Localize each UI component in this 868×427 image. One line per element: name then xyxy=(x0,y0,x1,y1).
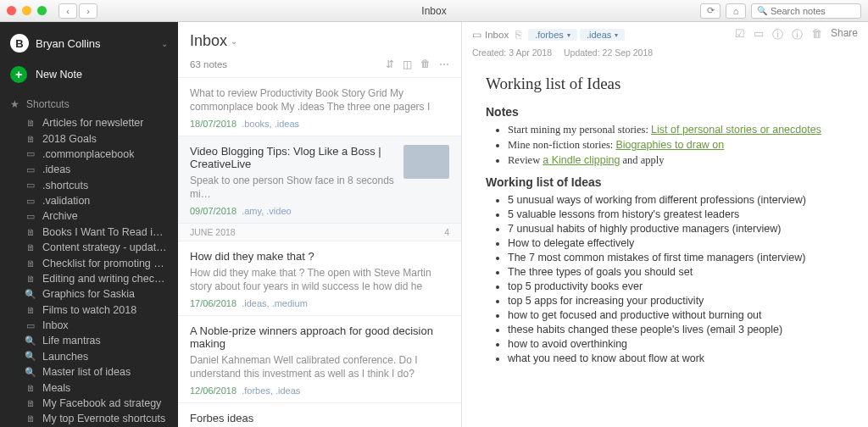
note-list-item[interactable]: How did they make that ?How did they mak… xyxy=(178,241,461,316)
note-list-item[interactable]: A Noble-prize winners approach for good … xyxy=(178,316,461,403)
sidebar-item[interactable]: 🗎Meals xyxy=(0,380,178,395)
list-item: The three types of goals you should set xyxy=(508,266,844,278)
nb-icon: ▭ xyxy=(25,164,36,175)
note-item-snippet: Speak to one person Show face in 8 secon… xyxy=(190,174,397,201)
sidebar-item[interactable]: 🗎Content strategy - updated Marc… xyxy=(0,240,178,255)
nb-icon: ▭ xyxy=(25,180,36,191)
note-link[interactable]: Biographies to draw on xyxy=(615,139,724,151)
search-icon: 🔍 xyxy=(757,6,767,15)
lock-icon[interactable]: ⎘ xyxy=(515,30,521,40)
account-switcher[interactable]: B Bryan Collins ⌄ xyxy=(0,29,178,61)
nb-icon: ▭ xyxy=(25,149,36,159)
note-list-item[interactable]: Video Blogging Tips: Vlog Like a Boss | … xyxy=(178,136,461,224)
sidebar-item[interactable]: ▭.validation xyxy=(0,193,178,208)
sidebar-item[interactable]: 🗎My top Evernote shortcuts xyxy=(0,411,178,426)
sidebar-item[interactable]: 🔍Graphics for Saskia xyxy=(0,286,178,302)
account-name: Bryan Collins xyxy=(36,37,101,50)
search-input[interactable]: 🔍 xyxy=(751,3,861,19)
list-item: Review a Kindle clipping and apply xyxy=(508,154,844,167)
note-item-meta: 17/06/2018 .ideas, .medium xyxy=(190,298,449,308)
notebook-title[interactable]: Inbox ⌄ xyxy=(190,32,449,50)
notebook-selector[interactable]: ▭Inbox xyxy=(472,29,509,41)
note-tag[interactable]: .ideas ▾ xyxy=(580,29,625,41)
note-icon: 🗎 xyxy=(25,227,36,237)
list-item: 7 unusual habits of highly productive ma… xyxy=(508,223,844,235)
sidebar-item[interactable]: 🗎Films to watch 2018 xyxy=(0,302,178,318)
sidebar-item-label: .commonplacebook xyxy=(42,148,134,160)
note-title[interactable]: Working list of Ideas xyxy=(486,75,844,93)
note-count: 63 notes xyxy=(190,59,227,69)
note-icon: 🗎 xyxy=(25,134,36,144)
sidebar-item[interactable]: 🔍Life mantras xyxy=(0,333,178,348)
sidebar-item-label: 2018 Goals xyxy=(42,133,97,145)
sidebar-item-label: Life mantras xyxy=(42,335,101,347)
chevron-down-icon: ⌄ xyxy=(231,36,237,46)
sidebar-item[interactable]: 🗎Checklist for promoting new blo… xyxy=(0,255,178,270)
maximize-window[interactable] xyxy=(37,6,47,15)
sync-icon[interactable]: ⟳ xyxy=(700,3,721,19)
note-body[interactable]: Working list of Ideas Notes Start mining… xyxy=(462,64,868,390)
search-icon: 🔍 xyxy=(25,289,36,299)
trash-icon[interactable]: 🗑 xyxy=(420,58,431,70)
note-item-snippet: Daniel Kahneman Well calibrated conferen… xyxy=(190,353,449,380)
note-link[interactable]: List of personal stories or anecdotes xyxy=(651,124,821,136)
sidebar-item[interactable]: ▭.shortcuts xyxy=(0,178,178,193)
sort-icon[interactable]: ⇵ xyxy=(386,58,394,70)
new-note-button[interactable]: + New Note xyxy=(0,61,178,95)
list-item: how to avoid overthinking xyxy=(508,338,844,350)
avatar: B xyxy=(10,34,29,53)
back-button[interactable]: ‹ xyxy=(58,3,77,19)
delete-icon[interactable]: 🗑 xyxy=(811,27,822,42)
sidebar-item[interactable]: ▭Inbox xyxy=(0,318,178,333)
close-window[interactable] xyxy=(7,6,16,15)
search-field[interactable] xyxy=(771,6,855,16)
minimize-window[interactable] xyxy=(22,6,31,15)
sidebar-item[interactable]: 🔍Launches xyxy=(0,349,178,364)
sidebar-item[interactable]: 🗎My Facebook ad strategy xyxy=(0,396,178,411)
note-tag[interactable]: .forbes ▾ xyxy=(528,29,577,41)
more-icon[interactable]: ⋯ xyxy=(439,58,449,70)
note-item-meta: 18/07/2018 .books, .ideas xyxy=(190,119,449,129)
window-title: Inbox xyxy=(421,5,446,17)
note-list-item[interactable]: What to review Productivity Book Story G… xyxy=(178,78,461,136)
note-item-meta: 09/07/2018 .amy, .video xyxy=(190,206,449,216)
reminder-icon[interactable]: ☑ xyxy=(735,27,745,42)
nb-icon: ▭ xyxy=(25,211,36,221)
sidebar-item[interactable]: 🗎Editing and writing checklist for… xyxy=(0,271,178,286)
sidebar-item-label: Meals xyxy=(42,382,70,394)
activity-icon[interactable]: ⌂ xyxy=(726,3,746,19)
sidebar-item[interactable]: 🗎Articles for newsletter xyxy=(0,115,178,130)
note-link[interactable]: a Kindle clipping xyxy=(542,154,620,166)
share-note-icon[interactable]: ⓘ xyxy=(772,27,783,42)
new-note-label: New Note xyxy=(36,69,82,80)
sidebar-item[interactable]: ▭.commonplacebook xyxy=(0,147,178,162)
note-icon: 🗎 xyxy=(25,305,36,315)
note-thumbnail xyxy=(403,145,449,179)
sidebar-item-label: Graphics for Saskia xyxy=(42,288,135,300)
sidebar-item-label: Films to watch 2018 xyxy=(42,304,136,316)
sidebar-item[interactable]: ▭Archive xyxy=(0,208,178,224)
share-button[interactable]: Share xyxy=(831,27,858,42)
sidebar-item-label: Archive xyxy=(42,210,78,222)
sidebar-item-label: Books I Want To Read in 2018 xyxy=(42,226,168,238)
sidebar-item[interactable]: 🗎Books I Want To Read in 2018 xyxy=(0,225,178,240)
note-item-title: A Noble-prize winners approach for good … xyxy=(190,324,449,350)
forward-button[interactable]: › xyxy=(79,3,97,19)
sidebar-item-label: .shortcuts xyxy=(42,180,88,191)
notes-heading: Notes xyxy=(486,105,844,119)
shortcuts-label: Shortcuts xyxy=(26,98,70,110)
sidebar-item-label: .validation xyxy=(42,195,90,207)
view-icon[interactable]: ◫ xyxy=(403,58,412,70)
note-item-title: How did they make that ? xyxy=(190,250,449,263)
info-icon[interactable]: ⓘ xyxy=(792,27,803,42)
list-item: The 7 most common mistakes of first time… xyxy=(508,252,844,263)
ideas-heading: Working list of Ideas xyxy=(486,175,844,189)
sidebar-item[interactable]: 🔍Master list of ideas xyxy=(0,364,178,380)
present-icon[interactable]: ▭ xyxy=(754,27,764,42)
shortcuts-header[interactable]: ★ Shortcuts xyxy=(0,95,178,114)
sidebar-item[interactable]: ▭.ideas xyxy=(0,162,178,177)
note-list-item[interactable]: Forbes ideasLinear progression vs norm f… xyxy=(178,403,461,427)
sidebar-item[interactable]: 🗎2018 Goals xyxy=(0,130,178,146)
star-icon: ★ xyxy=(10,98,19,110)
sidebar-item-label: My top Evernote shortcuts xyxy=(42,413,165,424)
